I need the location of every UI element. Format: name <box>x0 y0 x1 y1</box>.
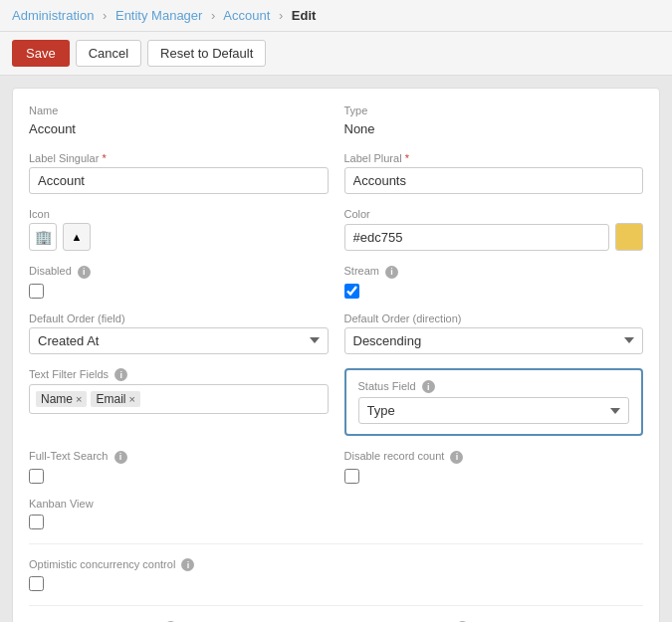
type-value: None <box>344 119 644 138</box>
disabled-checkbox[interactable] <box>29 284 44 299</box>
tag-name: Name × <box>36 391 87 407</box>
save-button[interactable]: Save <box>12 40 70 67</box>
text-filter-label: Text Filter Fields i <box>29 368 329 382</box>
group-disable-record-count: Disable record count i <box>344 450 644 484</box>
text-filter-tags-input[interactable]: Name × Email × <box>29 384 329 414</box>
group-placeholder-optimistic <box>344 558 644 592</box>
group-label-plural: Label Plural * <box>344 152 644 194</box>
stream-checkbox[interactable] <box>344 284 359 299</box>
group-color: Color <box>344 208 644 251</box>
breadcrumb-account[interactable]: Account <box>223 8 270 23</box>
reset-button[interactable]: Reset to Default <box>147 40 266 67</box>
status-field-label: Status Field i <box>358 380 630 394</box>
icon-preview: 🏢 <box>29 223 57 251</box>
toolbar: Save Cancel Reset to Default <box>0 32 672 76</box>
label-plural-input[interactable] <box>344 167 644 194</box>
group-label-singular: Label Singular * <box>29 152 329 194</box>
cancel-button[interactable]: Cancel <box>76 40 141 67</box>
icon-toggle-button[interactable]: ▲ <box>63 223 91 251</box>
row-disabled-stream: Disabled i Stream i <box>29 265 643 299</box>
icon-row: 🏢 ▲ <box>29 223 329 251</box>
stream-info-icon: i <box>385 266 398 279</box>
optimistic-label: Optimistic concurrency control i <box>29 558 329 572</box>
disable-count-info-icon: i <box>450 451 463 464</box>
order-field-label: Default Order (field) <box>29 312 329 324</box>
group-stream: Stream i <box>344 265 644 299</box>
status-field-info-icon: i <box>422 380 435 393</box>
chevron-up-icon: ▲ <box>72 231 83 243</box>
stream-label: Stream i <box>344 265 644 279</box>
disabled-checkbox-wrap <box>29 284 329 299</box>
order-field-select[interactable]: Created At <box>29 327 329 354</box>
order-direction-select[interactable]: Descending <box>344 327 644 354</box>
label-plural-label: Label Plural * <box>344 152 644 164</box>
tag-name-remove[interactable]: × <box>76 394 82 405</box>
row-text-filter-status: Text Filter Fields i Name × Email × <box>29 368 643 437</box>
kanban-label: Kanban View <box>29 498 329 510</box>
breadcrumb-entity-manager[interactable]: Entity Manager <box>115 8 202 23</box>
icon-label: Icon <box>29 208 329 220</box>
group-order-field: Default Order (field) Created At <box>29 312 329 354</box>
disabled-info-icon: i <box>78 266 91 279</box>
separator-1: › <box>103 8 107 23</box>
name-label: Name <box>29 104 329 116</box>
group-name: Name Account <box>29 104 329 138</box>
separator-2: › <box>211 8 215 23</box>
kanban-checkbox[interactable] <box>29 515 44 529</box>
optimistic-checkbox[interactable] <box>29 576 44 591</box>
disable-record-count-label: Disable record count i <box>344 450 644 464</box>
kanban-checkbox-wrap <box>29 515 329 529</box>
tag-email: Email × <box>91 391 139 407</box>
row-icon-color: Icon 🏢 ▲ Color <box>29 208 643 251</box>
group-optimistic: Optimistic concurrency control i <box>29 558 329 592</box>
icon-symbol: 🏢 <box>35 229 52 245</box>
separator-3: › <box>279 8 283 23</box>
group-status-field: Status Field i Type <box>344 368 644 437</box>
row-optimistic: Optimistic concurrency control i <box>29 558 643 592</box>
breadcrumb-current: Edit <box>292 8 317 23</box>
breadcrumb-admin[interactable]: Administration <box>12 8 94 23</box>
group-order-direction: Default Order (direction) Descending <box>344 312 644 354</box>
row-order: Default Order (field) Created At Default… <box>29 312 643 354</box>
breadcrumb: Administration › Entity Manager › Accoun… <box>0 0 672 32</box>
color-label: Color <box>344 208 644 220</box>
required-singular: * <box>102 152 106 164</box>
label-singular-input[interactable] <box>29 167 329 194</box>
fulltext-label: Full-Text Search i <box>29 450 329 464</box>
group-type: Type None <box>344 104 644 138</box>
tag-email-label: Email <box>96 392 125 406</box>
status-field-box: Status Field i Type <box>344 368 644 437</box>
status-field-select[interactable]: Type <box>358 397 630 424</box>
group-icon: Icon 🏢 ▲ <box>29 208 329 251</box>
row-fulltext-disablecount: Full-Text Search i Disable record count … <box>29 450 643 484</box>
type-label: Type <box>344 104 644 116</box>
group-placeholder-right <box>344 498 644 529</box>
disable-count-checkbox[interactable] <box>344 469 359 484</box>
group-disabled: Disabled i <box>29 265 329 299</box>
label-singular-label: Label Singular * <box>29 152 329 164</box>
optimistic-checkbox-wrap <box>29 576 329 591</box>
main-content: Name Account Type None Label Singular * … <box>0 76 672 622</box>
disable-count-checkbox-wrap <box>344 469 644 484</box>
required-plural: * <box>405 152 409 164</box>
optimistic-info-icon: i <box>181 558 194 571</box>
stream-checkbox-wrap <box>344 284 644 299</box>
tag-name-label: Name <box>41 392 73 406</box>
color-swatch[interactable] <box>615 223 643 251</box>
group-fulltext: Full-Text Search i <box>29 450 329 484</box>
text-filter-info-icon: i <box>114 368 127 381</box>
divider-1 <box>29 543 643 544</box>
divider-2 <box>29 605 643 606</box>
order-direction-label: Default Order (direction) <box>344 312 644 324</box>
form-card: Name Account Type None Label Singular * … <box>12 88 660 622</box>
disabled-label: Disabled i <box>29 265 329 279</box>
fulltext-checkbox[interactable] <box>29 469 44 484</box>
color-input[interactable] <box>344 224 610 251</box>
row-kanban: Kanban View <box>29 498 643 529</box>
color-row <box>344 223 644 251</box>
group-kanban: Kanban View <box>29 498 329 529</box>
group-text-filter: Text Filter Fields i Name × Email × <box>29 368 329 437</box>
tag-email-remove[interactable]: × <box>128 394 134 405</box>
fulltext-info-icon: i <box>114 451 127 464</box>
fulltext-checkbox-wrap <box>29 469 329 484</box>
